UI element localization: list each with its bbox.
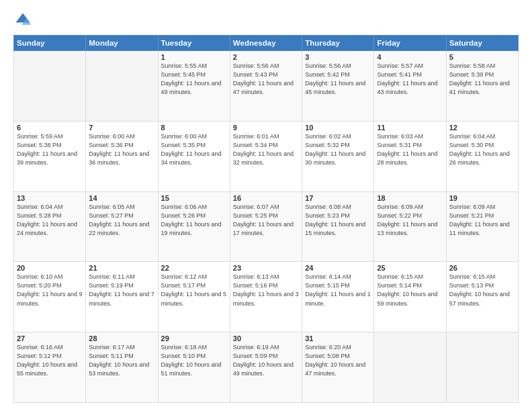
day-detail: Sunrise: 6:11 AM Sunset: 5:19 PM Dayligh… (89, 273, 154, 308)
day-number: 18 (377, 194, 443, 202)
day-detail: Sunrise: 6:20 AM Sunset: 5:08 PM Dayligh… (305, 343, 371, 378)
day-number: 10 (305, 124, 371, 132)
day-number: 29 (161, 334, 227, 342)
day-number: 30 (233, 334, 299, 342)
day-number: 15 (161, 194, 227, 202)
day-detail: Sunrise: 6:19 AM Sunset: 5:09 PM Dayligh… (233, 343, 299, 378)
day-detail: Sunrise: 6:13 AM Sunset: 5:16 PM Dayligh… (233, 273, 299, 308)
day-detail: Sunrise: 6:14 AM Sunset: 5:15 PM Dayligh… (305, 273, 371, 308)
day-detail: Sunrise: 5:56 AM Sunset: 5:42 PM Dayligh… (305, 62, 371, 97)
day-number: 6 (17, 124, 83, 132)
calendar-cell: 5Sunrise: 5:58 AM Sunset: 5:39 PM Daylig… (446, 51, 518, 122)
day-detail: Sunrise: 6:00 AM Sunset: 5:35 PM Dayligh… (161, 132, 227, 167)
day-detail: Sunrise: 6:01 AM Sunset: 5:34 PM Dayligh… (233, 132, 299, 167)
calendar-week-2: 6Sunrise: 5:59 AM Sunset: 5:38 PM Daylig… (14, 121, 519, 191)
day-number: 12 (449, 124, 515, 132)
calendar-cell: 26Sunrise: 6:15 AM Sunset: 5:13 PM Dayli… (446, 262, 518, 332)
calendar-cell: 12Sunrise: 6:04 AM Sunset: 5:30 PM Dayli… (446, 121, 518, 191)
header (13, 11, 519, 30)
calendar-cell: 13Sunrise: 6:04 AM Sunset: 5:28 PM Dayli… (14, 191, 86, 262)
calendar-cell: 21Sunrise: 6:11 AM Sunset: 5:19 PM Dayli… (86, 262, 158, 332)
day-detail: Sunrise: 6:05 AM Sunset: 5:27 PM Dayligh… (89, 203, 154, 238)
calendar-cell (446, 332, 518, 403)
weekday-header-monday: Monday (86, 36, 158, 51)
day-number: 13 (17, 194, 83, 202)
day-number: 22 (161, 264, 227, 272)
day-number: 2 (233, 53, 299, 61)
calendar-cell: 4Sunrise: 5:57 AM Sunset: 5:41 PM Daylig… (374, 51, 446, 122)
weekday-header-saturday: Saturday (446, 36, 518, 51)
calendar-cell: 17Sunrise: 6:08 AM Sunset: 5:23 PM Dayli… (302, 191, 374, 262)
day-detail: Sunrise: 6:02 AM Sunset: 5:32 PM Dayligh… (305, 132, 371, 167)
calendar-cell: 31Sunrise: 6:20 AM Sunset: 5:08 PM Dayli… (302, 332, 374, 403)
calendar-header: SundayMondayTuesdayWednesdayThursdayFrid… (14, 36, 519, 51)
calendar-week-5: 27Sunrise: 6:16 AM Sunset: 5:12 PM Dayli… (14, 332, 519, 403)
day-number: 28 (89, 334, 154, 342)
day-number: 11 (377, 124, 443, 132)
day-number: 5 (449, 53, 515, 61)
day-detail: Sunrise: 6:09 AM Sunset: 5:22 PM Dayligh… (377, 203, 443, 238)
calendar-cell: 9Sunrise: 6:01 AM Sunset: 5:34 PM Daylig… (230, 121, 302, 191)
day-detail: Sunrise: 6:04 AM Sunset: 5:30 PM Dayligh… (449, 132, 515, 167)
calendar-cell: 27Sunrise: 6:16 AM Sunset: 5:12 PM Dayli… (14, 332, 86, 403)
calendar-cell: 16Sunrise: 6:07 AM Sunset: 5:25 PM Dayli… (230, 191, 302, 262)
calendar-cell (86, 51, 158, 122)
weekday-header-tuesday: Tuesday (158, 36, 230, 51)
day-detail: Sunrise: 5:56 AM Sunset: 5:43 PM Dayligh… (233, 62, 299, 97)
weekday-header-thursday: Thursday (302, 36, 374, 51)
calendar-cell: 3Sunrise: 5:56 AM Sunset: 5:42 PM Daylig… (302, 51, 374, 122)
day-number: 3 (305, 53, 371, 61)
day-detail: Sunrise: 5:59 AM Sunset: 5:38 PM Dayligh… (17, 132, 83, 167)
calendar-cell: 22Sunrise: 6:12 AM Sunset: 5:17 PM Dayli… (158, 262, 230, 332)
calendar-cell: 18Sunrise: 6:09 AM Sunset: 5:22 PM Dayli… (374, 191, 446, 262)
day-detail: Sunrise: 6:18 AM Sunset: 5:10 PM Dayligh… (161, 343, 227, 378)
day-number: 31 (305, 334, 371, 342)
day-number: 27 (17, 334, 83, 342)
day-detail: Sunrise: 6:15 AM Sunset: 5:13 PM Dayligh… (449, 273, 515, 308)
calendar-cell: 7Sunrise: 6:00 AM Sunset: 5:36 PM Daylig… (86, 121, 158, 191)
day-number: 20 (17, 264, 83, 272)
weekday-header-sunday: Sunday (14, 36, 86, 51)
day-number: 21 (89, 264, 154, 272)
day-detail: Sunrise: 6:06 AM Sunset: 5:26 PM Dayligh… (161, 203, 227, 238)
calendar-cell: 11Sunrise: 6:03 AM Sunset: 5:31 PM Dayli… (374, 121, 446, 191)
calendar-cell: 2Sunrise: 5:56 AM Sunset: 5:43 PM Daylig… (230, 51, 302, 122)
calendar-cell (374, 332, 446, 403)
calendar-cell: 19Sunrise: 6:09 AM Sunset: 5:21 PM Dayli… (446, 191, 518, 262)
logo (13, 11, 35, 30)
day-number: 7 (89, 124, 154, 132)
day-number: 23 (233, 264, 299, 272)
day-detail: Sunrise: 6:08 AM Sunset: 5:23 PM Dayligh… (305, 203, 371, 238)
day-detail: Sunrise: 6:00 AM Sunset: 5:36 PM Dayligh… (89, 132, 154, 167)
calendar-cell: 25Sunrise: 6:15 AM Sunset: 5:14 PM Dayli… (374, 262, 446, 332)
day-detail: Sunrise: 6:15 AM Sunset: 5:14 PM Dayligh… (377, 273, 443, 308)
day-number: 26 (449, 264, 515, 272)
calendar-cell: 6Sunrise: 5:59 AM Sunset: 5:38 PM Daylig… (14, 121, 86, 191)
calendar-cell: 8Sunrise: 6:00 AM Sunset: 5:35 PM Daylig… (158, 121, 230, 191)
day-detail: Sunrise: 6:09 AM Sunset: 5:21 PM Dayligh… (449, 203, 515, 238)
calendar-body: 1Sunrise: 5:55 AM Sunset: 5:45 PM Daylig… (14, 51, 519, 403)
day-detail: Sunrise: 6:07 AM Sunset: 5:25 PM Dayligh… (233, 203, 299, 238)
weekday-header-wednesday: Wednesday (230, 36, 302, 51)
calendar-cell: 10Sunrise: 6:02 AM Sunset: 5:32 PM Dayli… (302, 121, 374, 191)
day-detail: Sunrise: 6:12 AM Sunset: 5:17 PM Dayligh… (161, 273, 227, 308)
day-number: 25 (377, 264, 443, 272)
logo-icon (13, 11, 32, 30)
calendar-cell: 20Sunrise: 6:10 AM Sunset: 5:20 PM Dayli… (14, 262, 86, 332)
calendar-table: SundayMondayTuesdayWednesdayThursdayFrid… (13, 35, 519, 403)
weekday-header-friday: Friday (374, 36, 446, 51)
calendar-week-4: 20Sunrise: 6:10 AM Sunset: 5:20 PM Dayli… (14, 262, 519, 332)
calendar-cell: 15Sunrise: 6:06 AM Sunset: 5:26 PM Dayli… (158, 191, 230, 262)
calendar-cell (14, 51, 86, 122)
day-detail: Sunrise: 6:03 AM Sunset: 5:31 PM Dayligh… (377, 132, 443, 167)
day-number: 16 (233, 194, 299, 202)
day-detail: Sunrise: 5:55 AM Sunset: 5:45 PM Dayligh… (161, 62, 227, 97)
day-number: 19 (449, 194, 515, 202)
day-detail: Sunrise: 6:17 AM Sunset: 5:11 PM Dayligh… (89, 343, 154, 378)
calendar-cell: 1Sunrise: 5:55 AM Sunset: 5:45 PM Daylig… (158, 51, 230, 122)
day-number: 14 (89, 194, 154, 202)
day-detail: Sunrise: 6:10 AM Sunset: 5:20 PM Dayligh… (17, 273, 83, 308)
day-detail: Sunrise: 6:04 AM Sunset: 5:28 PM Dayligh… (17, 203, 83, 238)
calendar-week-1: 1Sunrise: 5:55 AM Sunset: 5:45 PM Daylig… (14, 51, 519, 122)
calendar-cell: 14Sunrise: 6:05 AM Sunset: 5:27 PM Dayli… (86, 191, 158, 262)
